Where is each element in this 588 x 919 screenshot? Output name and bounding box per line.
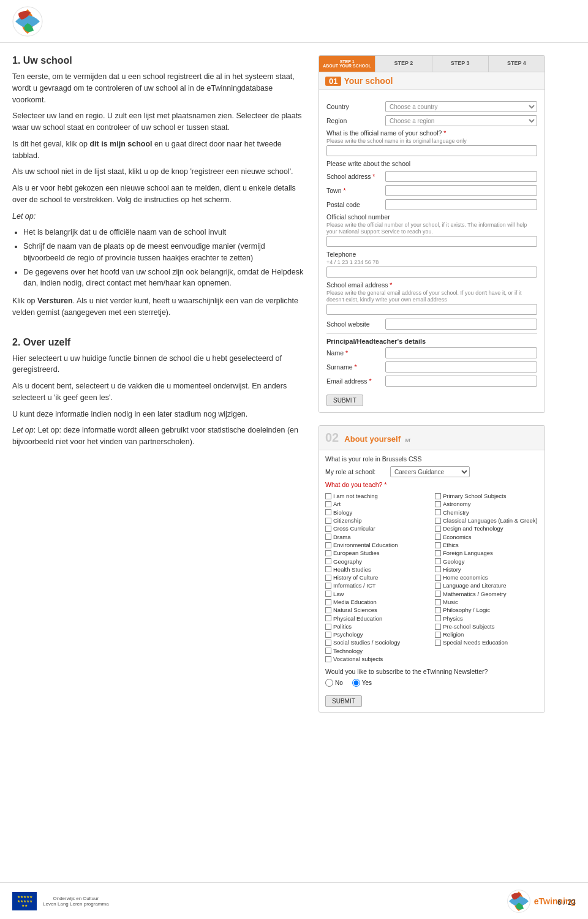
subject-art: Art <box>325 500 429 508</box>
form1-postal-label: Postal code <box>326 201 382 208</box>
section2-para1: Hier selecteert u uw huidige functie bin… <box>12 353 306 376</box>
main-content: 1. Uw school Ten eerste, om te vermijden… <box>0 43 588 725</box>
form1-principal-header: Principal/Headteacher's details <box>326 338 537 345</box>
etwinning-logo-icon <box>12 6 43 37</box>
subject-health: Health Studies <box>325 565 429 573</box>
form2-question2-label: What do you teach? * <box>325 481 538 488</box>
form2-radio-no-input[interactable] <box>325 679 333 687</box>
form1-panel: STEP 1 ABOUT YOUR SCHOOL STEP 2 STEP 3 S… <box>318 55 545 413</box>
form1-official-name-input[interactable] <box>326 145 537 156</box>
form1-website-input[interactable] <box>385 319 537 330</box>
subject-ict: Informatics / ICT <box>325 581 429 589</box>
subject-natural: Natural Sciences <box>325 606 429 614</box>
form2-subtitle-suffix: wr <box>405 437 411 443</box>
form2-newsletter-radio-row: No Yes <box>325 679 538 687</box>
form2-radio-yes-input[interactable] <box>352 679 360 687</box>
form1-submit-button[interactable]: SUBMIT <box>326 395 363 406</box>
footer-page-number: 6 / 23 <box>557 898 576 907</box>
subject-drama: Drama <box>325 533 429 541</box>
bullet-item-3: De gegevens over het hoofd van uw school… <box>23 267 306 290</box>
form1-website-label: School website <box>326 320 382 328</box>
form2-radio-yes[interactable]: Yes <box>352 679 372 687</box>
svg-text:★★★★★: ★★★★★ <box>17 895 32 899</box>
form1-email2-input[interactable] <box>385 376 537 387</box>
subject-citizenship: Citizenship <box>325 516 429 524</box>
form2-subjects-col1: I am not teaching Art Biology Citizenshi… <box>325 492 429 663</box>
form1-content: Country Choose a country Region Choose a… <box>319 90 545 412</box>
form1-postal-row: Postal code <box>326 199 537 210</box>
form1-please-write-group: Please write about the school <box>326 160 537 167</box>
section2-let-op-text: Let op: deze informatie wordt alleen geb… <box>12 426 298 446</box>
footer-eu-text: Onderwijs en Cultuur Leven Lang Leren pr… <box>43 896 109 907</box>
form2-radio-no[interactable]: No <box>325 679 343 687</box>
form2-header: 02 About yourself wr <box>319 426 545 450</box>
step4-tab[interactable]: STEP 4 <box>489 56 545 72</box>
form1-surname-row: Surname * <box>326 361 537 373</box>
step2-tab[interactable]: STEP 2 <box>375 56 432 72</box>
form1-region-label: Region <box>326 117 382 124</box>
page-header <box>0 0 588 43</box>
form1-surname-input[interactable] <box>385 361 537 373</box>
form1-website-row: School website <box>326 319 537 330</box>
svg-text:★★: ★★ <box>21 904 28 907</box>
form1-address-input[interactable] <box>385 171 537 182</box>
subject-politics: Politics <box>325 622 429 630</box>
subject-vocational: Vocational subjects <box>325 655 429 663</box>
form1-email2-label: Email address * <box>326 377 382 385</box>
left-column: 1. Uw school Ten eerste, om te vermijden… <box>12 55 306 713</box>
form1-postal-input[interactable] <box>385 199 537 210</box>
subject-classical: Classical Languages (Latin & Greek) <box>435 516 538 524</box>
svg-text:★★★★★: ★★★★★ <box>17 899 32 903</box>
form2-role-row: My role at school: Careers Guidance <box>325 466 538 477</box>
form1-title: Your school <box>344 76 393 86</box>
form1-school-number-group: Official school number Please write the … <box>326 213 537 247</box>
bullet-item-1: Het is belangrijk dat u de officiële naa… <box>23 227 306 238</box>
form1-divider <box>326 333 537 334</box>
subject-language: Language and Literature <box>435 581 538 589</box>
form1-country-select[interactable]: Choose a country <box>385 101 537 112</box>
subject-not-teaching: I am not teaching <box>325 492 429 500</box>
form1-name-input[interactable] <box>385 347 537 358</box>
form1-country-label: Country <box>326 103 382 110</box>
subject-music: Music <box>435 598 538 606</box>
bold-dit-is-mijn-school: dit is mijn school <box>89 140 152 148</box>
form1-official-name-label: What is the official name of your school… <box>326 129 537 137</box>
form1-official-name-group: What is the official name of your school… <box>326 129 537 156</box>
subject-special-needs: Special Needs Education <box>435 638 538 646</box>
form1-school-number-input[interactable] <box>326 236 537 247</box>
form2-panel: 02 About yourself wr What is your role i… <box>318 425 545 713</box>
form2-subjects-grid: I am not teaching Art Biology Citizenshi… <box>325 492 538 663</box>
section1-bullet-list: Het is belangrijk dat u de officiële naa… <box>23 227 306 289</box>
form1-school-number-label: Official school number <box>326 213 537 221</box>
form1-town-input[interactable] <box>385 185 537 196</box>
steps-bar: STEP 1 ABOUT YOUR SCHOOL STEP 2 STEP 3 S… <box>319 56 545 72</box>
right-column: STEP 1 ABOUT YOUR SCHOOL STEP 2 STEP 3 S… <box>318 55 545 713</box>
subject-european: European Studies <box>325 549 429 557</box>
form1-name-label: Name * <box>326 349 382 357</box>
form1-region-row: Region Choose a region <box>326 115 537 126</box>
form2-question1-text: What is your role in Brussels CSS <box>325 455 448 463</box>
form1-town-label: Town * <box>326 187 382 194</box>
form2-newsletter-question: Would you like to subscribe to the eTwin… <box>325 668 538 675</box>
form1-country-row: Country Choose a country <box>326 101 537 112</box>
form2-submit-button[interactable]: SUBMIT <box>325 695 362 707</box>
form1-telephone-input[interactable] <box>326 267 537 278</box>
subject-preschool: Pre-school Subjects <box>435 622 538 630</box>
section1-para5: Als u er voor hebt gekozen een nieuwe sc… <box>12 183 306 206</box>
eu-flag-icon: ★★★★★ ★★★★★ ★★ <box>12 892 37 910</box>
step1-tab[interactable]: STEP 1 ABOUT YOUR SCHOOL <box>319 56 375 72</box>
step3-tab[interactable]: STEP 3 <box>432 56 489 72</box>
footer-eu-line1: Onderwijs en Cultuur <box>53 896 99 901</box>
form1-region-select[interactable]: Choose a region <box>385 115 537 126</box>
subject-media: Media Education <box>325 598 429 606</box>
form2-question1-row: What is your role in Brussels CSS <box>325 455 538 463</box>
etwinning-footer-logo-icon <box>507 889 531 913</box>
bold-versturen: Versturen <box>37 297 73 305</box>
subject-philosophy: Philosophy / Logic <box>435 606 538 614</box>
form2-role-select[interactable]: Careers Guidance <box>390 466 470 477</box>
bullet-item-2: Schrijf de naam van de plaats op de mees… <box>23 241 306 264</box>
subject-economics: Economics <box>435 533 538 541</box>
form1-email-input[interactable] <box>326 304 537 315</box>
subject-home-economics: Home economics <box>435 573 538 581</box>
subject-mathematics: Mathematics / Geometry <box>435 590 538 598</box>
